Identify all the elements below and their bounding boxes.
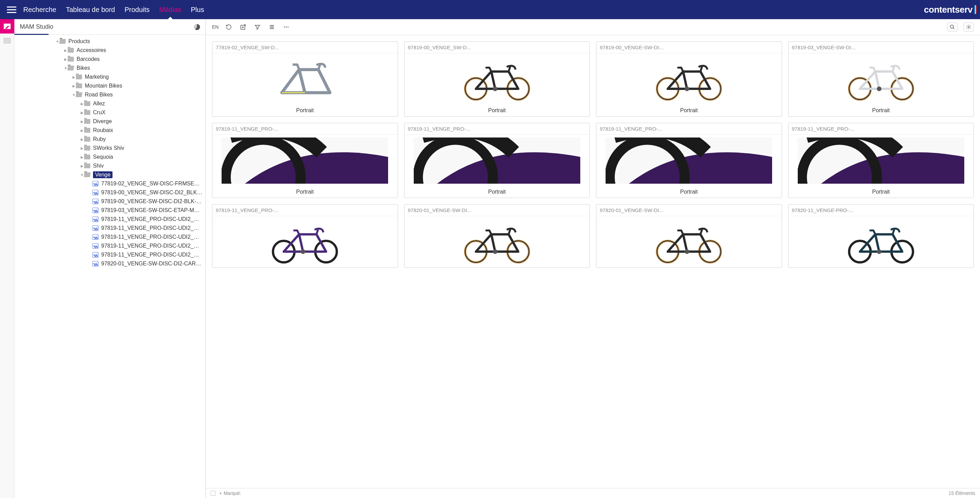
chevron-right-icon[interactable]: ▶ — [64, 49, 68, 53]
left-rail — [0, 19, 14, 498]
chevron-right-icon[interactable]: ▶ — [64, 57, 68, 61]
sidebar-header: MAM Studio — [14, 19, 205, 35]
nav-produits[interactable]: Produits — [124, 0, 150, 19]
chevron-right-icon[interactable]: ▶ — [80, 146, 84, 150]
filter-icon[interactable] — [253, 23, 262, 31]
tree-folder-bikes[interactable]: ▼Bikes — [14, 64, 205, 73]
tree-folder-barcodes[interactable]: ▶Barcodes — [14, 55, 205, 64]
asset-thumbnail — [212, 216, 398, 267]
asset-card[interactable]: 97819-03_VENGE-SW-DI... Portrait — [788, 41, 974, 117]
asset-card[interactable]: 97819-11_VENGE_PRO-... Portrait — [788, 123, 974, 198]
asset-footer: Portrait — [404, 105, 590, 116]
tree-label: Venge — [93, 171, 113, 178]
tree-folder-roubaix[interactable]: ▶Roubaix — [14, 126, 205, 135]
tree-file-97819-11-venge-pro-disc-udi2-p[interactable]: 97819-11_VENGE_PRO-DISC-UDI2_PLMPRP-BLK_ — [14, 215, 205, 224]
tree-folder-ruby[interactable]: ▶Ruby — [14, 135, 205, 144]
list-icon[interactable] — [268, 23, 276, 31]
tree-file-97819-11-venge-pro-disc-udi2-p[interactable]: 97819-11_VENGE_PRO-DISC-UDI2_PLMPRP-BLK_ — [14, 232, 205, 242]
asset-card[interactable]: 97820-01_VENGE-SW-DI... — [596, 204, 782, 268]
nav-plus[interactable]: Plus — [191, 0, 204, 19]
folder-icon — [84, 137, 90, 142]
sidebar-title: MAM Studio — [20, 23, 53, 30]
chevron-right-icon[interactable]: ▶ — [80, 120, 84, 124]
tree-folder-products[interactable]: ▼Products — [14, 37, 205, 46]
dropdown-caret-icon[interactable]: ▼ — [219, 492, 222, 495]
pie-icon[interactable] — [194, 24, 200, 30]
chevron-right-icon[interactable]: ▶ — [72, 75, 76, 79]
tree-file-97820-01-venge-sw-disc-di2-car[interactable]: 97820-01_VENGE-SW-DISC-DI2-CARB-TARBLK_F — [14, 259, 205, 268]
image-file-icon — [92, 208, 99, 213]
tree-folder-diverge[interactable]: ▶Diverge — [14, 117, 205, 126]
tree-folder-shiv[interactable]: ▶Shiv — [14, 161, 205, 170]
select-all-checkbox[interactable] — [211, 491, 215, 496]
tree-folder-road-bikes[interactable]: ▼Road Bikes — [14, 90, 205, 99]
chevron-down-icon[interactable]: ▼ — [72, 93, 76, 97]
folder-icon — [68, 57, 74, 62]
search-button[interactable] — [947, 22, 958, 32]
menu-icon[interactable] — [7, 5, 16, 14]
chevron-right-icon[interactable]: ▶ — [80, 137, 84, 141]
nav-médias[interactable]: Médias — [159, 0, 181, 19]
tree-file-97819-00-venge-sw-disc-di2-blk[interactable]: 97819-00_VENGE-SW-DISC-DI2-BLK-SILHLG_HE… — [14, 197, 205, 206]
asset-title: 97820-01_VENGE-SW-DI... — [404, 205, 590, 216]
chevron-down-icon[interactable]: ▼ — [80, 173, 84, 177]
asset-card[interactable]: 97819-11_VENGE_PRO-... Portrait — [212, 123, 398, 198]
tree-file-97819-11-venge-pro-disc-udi2-p[interactable]: 97819-11_VENGE_PRO-DISC-UDI2_PLMPRP-BLK_ — [14, 224, 205, 232]
tree-label: Sequoia — [93, 154, 113, 160]
svg-point-10 — [493, 86, 498, 91]
asset-footer: Portrait — [789, 186, 974, 198]
chevron-down-icon[interactable]: ▼ — [56, 40, 59, 43]
chevron-right-icon[interactable]: ▶ — [72, 84, 76, 88]
rail-mam-active[interactable] — [0, 19, 14, 33]
tree-file-77819-02-venge-sw-disc-frmset-[interactable]: 77819-02_VENGE_SW-DISC-FRMSET_CSTBTLSHP — [14, 179, 205, 188]
more-icon[interactable] — [282, 23, 290, 31]
tree-folder-crux[interactable]: ▶CruX — [14, 108, 205, 117]
asset-card[interactable]: 97820-11_VENGE-PRO-... — [788, 204, 974, 268]
asset-card[interactable]: 97819-11_VENGE_PRO-... — [212, 204, 398, 268]
add-icon[interactable] — [239, 23, 247, 31]
tree-label: 97820-01_VENGE-SW-DISC-DI2-CARB-TARBLK_F — [101, 261, 203, 267]
tree-folder-allez[interactable]: ▶Allez — [14, 99, 205, 108]
tree-file-97819-00-venge-sw-disc-di2-blk[interactable]: 97819-00_VENGE_SW-DISC-DI2_BLK-SILHLG_FD — [14, 188, 205, 197]
asset-thumbnail — [789, 216, 974, 267]
flag-icon — [974, 5, 977, 14]
tree-folder-mountain-bikes[interactable]: ▶Mountain Bikes — [14, 81, 205, 90]
folder-icon — [84, 119, 90, 124]
chevron-right-icon[interactable]: ▶ — [80, 111, 84, 115]
language-selector[interactable]: EN — [212, 24, 218, 30]
refresh-icon[interactable] — [225, 23, 233, 31]
asset-title: 97819-00_VENGE-SW-DI... — [597, 42, 782, 53]
asset-card[interactable]: 97819-00_VENGE-SW-DI... Portrait — [596, 41, 782, 117]
tree-folder-sequoia[interactable]: ▶Sequoia — [14, 153, 205, 161]
svg-point-4 — [950, 25, 953, 28]
asset-card[interactable]: 77819-02_VENGE_SW-D... Portrait — [212, 41, 398, 117]
tree-folder-sworks-shiv[interactable]: ▶SWorks Shiv — [14, 144, 205, 153]
settings-icon[interactable] — [964, 22, 974, 32]
tree-folder-marketing[interactable]: ▶Marketing — [14, 73, 205, 81]
tree-folder-accessoires[interactable]: ▶Accessoires — [14, 46, 205, 55]
asset-card[interactable]: 97819-00_VENGE_SW-D... Portrait — [404, 41, 590, 117]
tree-file-97819-11-venge-pro-disc-udi2-p[interactable]: 97819-11_VENGE_PRO-DISC-UDI2_PLMPRP-BLK_ — [14, 242, 205, 250]
asset-card[interactable]: 97820-01_VENGE-SW-DI... — [404, 204, 590, 268]
nav-tableau-de-bord[interactable]: Tableau de bord — [66, 0, 115, 19]
chevron-down-icon[interactable]: ▼ — [64, 66, 68, 70]
tree-label: Marketing — [85, 74, 109, 80]
asset-footer: Portrait — [597, 186, 782, 198]
rail-item-2[interactable] — [0, 33, 14, 48]
tree-label: 97819-11_VENGE_PRO-DISC-UDI2_PLMPRP-BLK_ — [101, 225, 203, 231]
folder-open-icon — [67, 66, 74, 70]
chevron-right-icon[interactable]: ▶ — [80, 129, 84, 132]
tree-folder-venge[interactable]: ▼Venge — [14, 170, 205, 179]
asset-card[interactable]: 97819-11_VENGE_PRO-... Portrait — [404, 123, 590, 198]
asset-card[interactable]: 97819-11_VENGE_PRO-... Portrait — [596, 123, 782, 198]
chevron-right-icon[interactable]: ▶ — [80, 155, 84, 159]
chevron-right-icon[interactable]: ▶ — [80, 164, 84, 168]
svg-point-43 — [684, 249, 689, 254]
marked-label: Marqué: — [224, 490, 241, 496]
tree-file-97819-11-venge-pro-disc-udi2-p[interactable]: 97819-11_VENGE_PRO-DISC-UDI2_PLMPRP-BLK_ — [14, 250, 205, 259]
tree-file-97819-03-venge-sw-disc-etap-me[interactable]: 97819-03_VENGE-SW-DISC-ETAP-METWHTSIL-LT… — [14, 206, 205, 215]
chevron-right-icon[interactable]: ▶ — [80, 102, 84, 106]
asset-thumbnail — [404, 135, 590, 186]
image-file-icon — [92, 190, 99, 195]
nav-recherche[interactable]: Recherche — [23, 0, 56, 19]
